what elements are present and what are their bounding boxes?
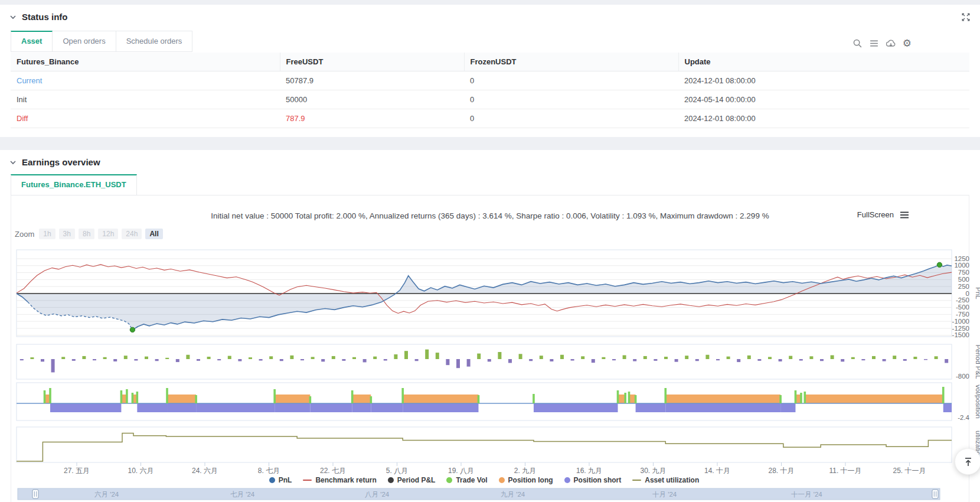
zoom-option-1h[interactable]: 1h: [39, 229, 55, 239]
position-short-segment: [167, 403, 196, 412]
page: Status info AssetOpen ordersSchedule ord…: [0, 0, 980, 502]
expand-icon[interactable]: [961, 12, 971, 22]
column-header-futures-binance: Futures_Binance: [11, 53, 280, 71]
cell-value: 787.9: [280, 109, 464, 128]
trade-vol-spike: [942, 387, 945, 403]
asset-table: Futures_BinanceFreeUSDTFrozenUSDTUpdate …: [11, 53, 969, 128]
period-pnl-bar: [311, 357, 315, 359]
zoom-option-all[interactable]: All: [145, 229, 162, 239]
period-pnl-bar: [737, 359, 740, 362]
tab-asset[interactable]: Asset: [11, 31, 53, 52]
period-pnl-bar: [872, 356, 876, 359]
position-short-segment: [665, 403, 780, 412]
period-pnl-bar: [249, 357, 252, 359]
trade-vol-symbol: [446, 477, 452, 483]
pnl-y-tick: 0: [966, 290, 969, 297]
trade-vol-spike: [44, 390, 46, 403]
period-pnl-bar: [560, 355, 564, 359]
period-pnl-bar: [768, 357, 772, 359]
period-pnl-bar: [809, 356, 813, 359]
period-pnl-bar: [498, 352, 501, 359]
legend-label: Position short: [574, 476, 622, 484]
trade-vol-spike: [132, 393, 134, 403]
period-p-l-symbol: [388, 477, 394, 483]
zoom-option-8h[interactable]: 8h: [79, 229, 94, 239]
tab-open-orders[interactable]: Open orders: [53, 31, 116, 52]
trade-vol-spike: [617, 390, 619, 403]
datazoom-handle-right[interactable]: [932, 490, 938, 498]
search-icon[interactable]: [852, 38, 863, 48]
legend-item-pnl[interactable]: PnL: [269, 476, 292, 484]
period-pnl-bar: [321, 359, 325, 361]
period-pnl-bar: [197, 359, 200, 361]
tab-futures-binance-eth-usdt[interactable]: Futures_Binance.ETH_USDT: [11, 174, 137, 195]
fullscreen-button[interactable]: FullScreen: [857, 210, 894, 219]
list-icon[interactable]: [869, 38, 879, 48]
pnl-y-tick: 750: [958, 269, 969, 276]
period-pnl-bar: [820, 359, 824, 361]
period-pnl-bar: [592, 359, 595, 363]
trade-vol-spike: [136, 392, 139, 403]
row-label[interactable]: Current: [11, 71, 280, 90]
position-axis-name: vol/position: [975, 384, 980, 419]
period-pnl-bar: [571, 359, 574, 361]
toolbox-menu-icon[interactable]: [900, 211, 909, 219]
tab-schedule-orders[interactable]: Schedule orders: [116, 31, 193, 52]
trade-vol-spike: [401, 388, 404, 403]
legend-item-trade-vol[interactable]: Trade Vol: [446, 476, 487, 484]
period-pnl-bar: [186, 355, 190, 359]
legend-label: Asset utilization: [645, 476, 699, 484]
legend-item-asset-utilization[interactable]: Asset utilization: [632, 476, 699, 484]
period-pnl-bar: [103, 357, 107, 359]
back-to-top-button[interactable]: [955, 448, 980, 475]
trade-vol-spike: [628, 392, 631, 403]
legend-item-benchmark-return[interactable]: Benchmark return: [303, 476, 376, 484]
period-pnl-bar: [176, 359, 179, 362]
legend-item-position-long[interactable]: Position long: [499, 476, 553, 484]
legend-label: PnL: [279, 476, 292, 484]
period-pnl-bar: [363, 359, 367, 362]
period-pnl-bar: [633, 359, 636, 361]
zoom-option-12h[interactable]: 12h: [98, 229, 118, 239]
tab-row-divider: [11, 195, 969, 195]
period-pnl-bar: [508, 359, 512, 363]
trade-vol-spike: [533, 394, 535, 403]
period-pnl-bar: [238, 359, 241, 361]
trade-vol-spike: [800, 393, 802, 403]
gear-icon[interactable]: ⚙: [903, 38, 912, 48]
slider-month-label: 七月 '24: [230, 491, 255, 498]
period-pnl-bar: [893, 356, 896, 359]
period-pnl-bar: [727, 357, 730, 359]
datazoom-handle-left[interactable]: [32, 490, 38, 498]
pnl-marker-dot: [130, 327, 135, 332]
x-axis-label: 22. 七月: [320, 467, 346, 475]
period-pnl-bar: [705, 355, 709, 359]
period-pnl-bar: [602, 357, 605, 359]
period-pnl-bar: [488, 359, 491, 361]
cloud-download-icon[interactable]: [886, 38, 896, 48]
legend-item-position-short[interactable]: Position short: [564, 476, 622, 484]
period-pnl-bar: [935, 356, 938, 359]
trade-vol-spike: [478, 395, 480, 403]
period-pnl-bar: [643, 356, 647, 359]
zoom-option-3h[interactable]: 3h: [59, 229, 75, 239]
period-pnl-bar: [436, 353, 439, 359]
cell-value: 2024-12-01 08:00:00: [678, 71, 969, 90]
period-pnl-bar: [165, 358, 169, 359]
zoom-option-24h[interactable]: 24h: [122, 229, 142, 239]
pnl-y-tick: 1000: [954, 262, 969, 269]
datazoom-slider[interactable]: 六月 '24七月 '24八月 '24九月 '24十月 '24十一月 '24: [18, 488, 940, 500]
trade-vol-spike: [664, 388, 667, 403]
position-short-segment: [137, 403, 167, 412]
chart-legend: PnLBenchmark returnPeriod P&LTrade VolPo…: [17, 476, 952, 484]
trade-vol-spike: [779, 395, 782, 403]
legend-item-period-p-l[interactable]: Period P&L: [388, 476, 436, 484]
chevron-down-icon[interactable]: [9, 14, 17, 21]
x-axis-label: 16. 九月: [576, 467, 602, 475]
chevron-down-icon[interactable]: [9, 159, 17, 166]
pnl-y-tick: 500: [958, 276, 969, 283]
period-pnl-bar: [394, 354, 397, 359]
pnl-symbol: [269, 477, 275, 483]
earnings-panel-title: Earnings overview: [22, 157, 100, 167]
utilization-panel-frame: [17, 427, 952, 462]
